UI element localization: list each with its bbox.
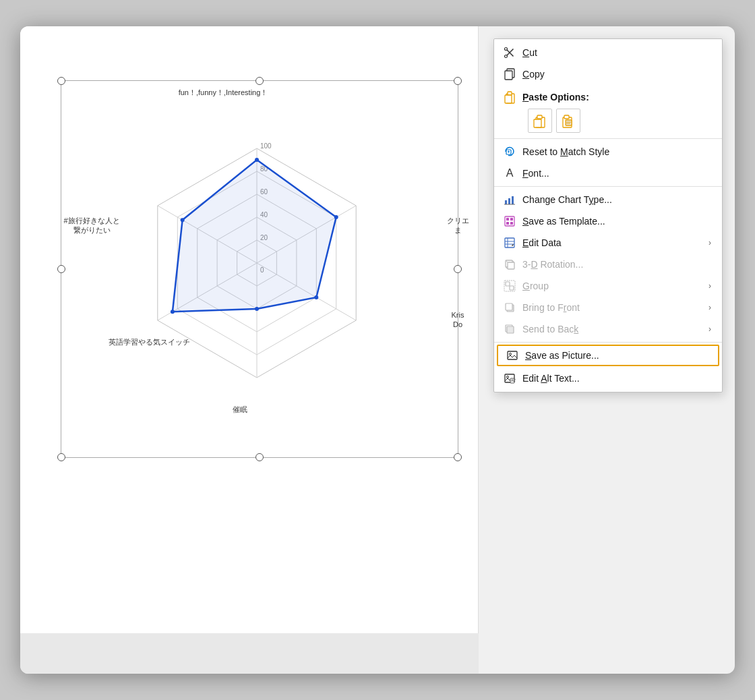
menu-item-font[interactable]: A Font... [494,163,722,184]
chart-label-left: #旅行好きな人と繋がりたい [55,216,129,235]
handle-top-right[interactable] [454,77,462,85]
font-label: Font... [522,168,711,179]
svg-rect-43 [508,198,510,204]
menu-item-save-template[interactable]: Save as Template... [494,210,722,232]
menu-item-group[interactable]: Group › [494,275,722,297]
bring-front-icon [502,300,517,315]
edit-alt-text-label: Edit Alt Text... [522,373,711,384]
menu-item-3d-rotation[interactable]: 3-D Rotation... [494,254,722,275]
paste-options-label: Paste Options: [522,92,711,103]
copy-icon [502,67,517,82]
cut-label: Cut [522,47,711,58]
status-bar [20,633,479,674]
group-label: Group [522,281,708,291]
handle-bottom-mid[interactable] [255,453,264,461]
svg-text:ALT: ALT [511,378,516,382]
menu-item-send-to-back[interactable]: Send to Back › [494,318,722,340]
svg-point-24 [505,48,508,51]
menu-item-cut[interactable]: Cut [494,42,722,63]
scissors-icon [502,45,517,60]
menu-item-copy[interactable]: Copy [494,63,722,85]
svg-rect-27 [505,71,512,80]
change-chart-type-label: Change Chart Type... [522,194,711,205]
svg-rect-55 [508,262,514,269]
svg-rect-30 [505,95,512,103]
svg-rect-50 [505,238,514,247]
svg-rect-47 [510,218,513,221]
picture-icon [505,348,520,363]
svg-point-23 [181,218,185,222]
chart-label-right-top: クリエま [437,216,478,235]
menu-item-paste-options: Paste Options: [494,85,722,105]
chart-label-top: fun！,funny！,Interesting！ [176,88,270,97]
alt-text-icon: ALT [502,371,517,386]
svg-rect-65 [507,326,514,333]
svg-rect-61 [510,286,514,290]
chart-selection-box: 20 40 60 80 100 0 [61,80,458,458]
chart-label-bottom: 催眠 [206,405,274,414]
handle-mid-left[interactable] [57,265,65,273]
edit-data-label: Edit Data [522,237,708,248]
separator-2 [494,186,722,187]
group-icon [502,279,517,293]
edit-data-arrow: › [708,238,711,247]
3d-rotation-icon [502,257,517,272]
paste-icon [502,90,517,105]
edit-data-icon [502,235,517,250]
menu-item-change-chart-type[interactable]: Change Chart Type... [494,189,722,210]
bring-to-front-label: Bring to Front [522,302,708,313]
svg-rect-42 [505,200,507,204]
menu-item-bring-to-front[interactable]: Bring to Front › [494,297,722,318]
svg-point-20 [314,295,318,299]
paste-options-row [494,105,722,136]
svg-rect-35 [564,115,569,119]
save-template-label: Save as Template... [522,216,711,227]
radar-chart: 20 40 60 80 100 0 [82,94,432,432]
menu-item-reset-match[interactable]: Reset to Match Style [494,141,722,163]
bring-front-arrow: › [708,303,711,312]
handle-bottom-right[interactable] [454,453,462,461]
menu-item-edit-alt-text[interactable]: ALT Edit Alt Text... [494,368,722,389]
separator-1 [494,138,722,139]
slide-canvas: 20 40 60 80 100 0 [20,26,479,633]
svg-point-25 [505,55,508,58]
svg-rect-45 [505,216,514,226]
template-icon [502,214,517,229]
svg-point-18 [255,158,259,162]
separator-3 [494,342,722,343]
svg-rect-66 [508,351,517,359]
menu-item-edit-data[interactable]: Edit Data › [494,232,722,254]
handle-mid-right[interactable] [454,265,462,273]
menu-item-save-as-picture[interactable]: Save as Picture... [497,345,719,366]
svg-rect-60 [506,282,510,286]
svg-rect-63 [506,303,512,310]
svg-rect-44 [512,196,514,204]
handle-top-mid[interactable] [255,77,264,85]
paste-option-2[interactable] [556,109,580,133]
paste-option-1[interactable] [528,109,552,133]
save-as-picture-label: Save as Picture... [525,350,708,361]
font-icon: A [502,166,517,181]
send-to-back-label: Send to Back [522,324,708,334]
group-arrow: › [708,281,711,291]
svg-point-22 [171,310,175,314]
reset-icon [502,144,517,159]
svg-rect-32 [537,115,542,119]
svg-rect-49 [510,222,513,225]
3d-rotation-label: 3-D Rotation... [522,259,711,270]
send-back-arrow: › [708,324,711,334]
svg-rect-29 [508,92,512,95]
svg-rect-36 [566,120,572,125]
chart-type-icon [502,192,517,207]
context-menu: Cut Copy Paste Options: [493,38,723,392]
handle-bottom-left[interactable] [57,453,65,461]
handle-top-left[interactable] [57,77,65,85]
svg-point-19 [334,215,338,219]
send-back-icon [502,322,517,337]
svg-rect-33 [534,119,541,127]
svg-point-21 [255,307,259,311]
copy-label: Copy [522,69,711,80]
chart-label-right-bottom: KrisDo [437,310,478,330]
svg-rect-48 [506,222,509,225]
chart-label-bottom-left: 英語学習やる気スイッチ [95,337,203,347]
